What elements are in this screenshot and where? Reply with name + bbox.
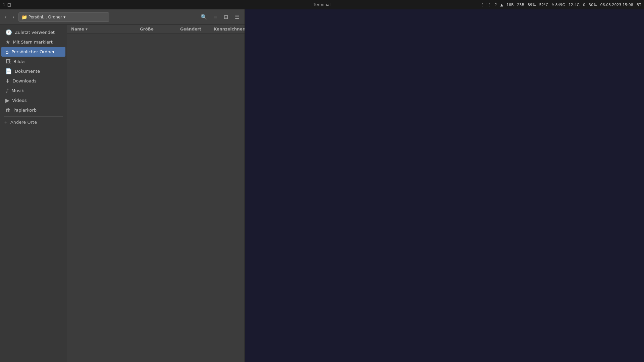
sidebar-item-videos[interactable]: ▶ Videos [1, 96, 65, 105]
breadcrumb-dropdown-icon[interactable]: ▾ [63, 15, 65, 19]
file-list: Name ▾ Größe Geändert Kennzeichnen [67, 25, 245, 362]
sidebar-add-other[interactable]: + Andere Orte [0, 118, 67, 126]
col-name[interactable]: Name ▾ [71, 27, 140, 32]
window-number: 1 [3, 2, 5, 7]
add-icon: + [4, 120, 8, 125]
col-modified[interactable]: Geändert [180, 27, 214, 32]
sidebar-item-downloads[interactable]: ⬇ Downloads [1, 76, 65, 86]
sidebar-item-pictures[interactable]: 🖼 Bilder [1, 57, 65, 66]
documents-icon: 📄 [5, 68, 12, 74]
sidebar-label-home: Persönlicher Ordner [11, 49, 55, 54]
memory-usage: 12.4G [569, 3, 580, 7]
apps-grid-icon[interactable]: ⋮⋮⋮ [481, 3, 492, 7]
music-icon: ♪ [5, 87, 9, 94]
help-icon[interactable]: ? [495, 3, 497, 7]
topbar-right: ⋮⋮⋮ ? ▲ 18B 23B 89% 52°C /: 849G 12.4G 0… [481, 3, 641, 7]
breadcrumb[interactable]: 📁 Persönl... Ordner ▾ [18, 12, 109, 22]
sidebar-label-downloads: Downloads [12, 78, 36, 83]
sidebar-label-music: Musik [11, 88, 24, 93]
videos-icon: ▶ [5, 97, 9, 104]
topbar-left: 1 □ [3, 2, 11, 7]
volume: 30% [589, 3, 597, 7]
topbar-center: Terminal [314, 2, 331, 7]
col-starred[interactable]: Kennzeichnen [214, 27, 240, 32]
sidebar-label-starred: Mit Stern markiert [13, 40, 52, 45]
file-list-header: Name ▾ Größe Geändert Kennzeichnen [67, 25, 245, 34]
sidebar-label-recent: Zuletzt verwendet [15, 30, 55, 35]
forward-button[interactable]: › [10, 13, 16, 21]
sidebar-label-other: Andere Orte [10, 120, 37, 125]
terminal-content [245, 9, 644, 362]
terminal-panel[interactable] [245, 9, 644, 362]
disk-usage: /: 849G [552, 3, 565, 7]
wifi-icon[interactable]: ▲ [500, 3, 503, 7]
topbar: 1 □ Terminal ⋮⋮⋮ ? ▲ 18B 23B 89% 52°C /:… [0, 0, 644, 9]
sidebar: 🕐 Zuletzt verwendet ★ Mit Stern markiert… [0, 25, 67, 362]
bluetooth-icon[interactable]: BT [637, 3, 641, 7]
view-toggle-button2[interactable]: ⊟ [221, 12, 230, 21]
battery-23b: 23B [517, 3, 524, 7]
topbar-title: Terminal [314, 2, 331, 7]
col-size[interactable]: Größe [140, 27, 180, 32]
recent-icon: 🕐 [5, 29, 12, 36]
downloads-icon: ⬇ [5, 78, 10, 84]
breadcrumb-folder-icon: 📁 [21, 14, 27, 20]
hamburger-menu-button[interactable]: ☰ [232, 12, 242, 21]
main-area: ‹ › 📁 Persönl... Ordner ▾ 🔍 ≡ ⊟ ☰ 🕐 Zule… [0, 9, 644, 362]
sidebar-label-pictures: Bilder [13, 59, 26, 64]
fm-toolbar: ‹ › 📁 Persönl... Ordner ▾ 🔍 ≡ ⊟ ☰ [0, 9, 245, 25]
sidebar-item-music[interactable]: ♪ Musik [1, 86, 65, 96]
sidebar-item-trash[interactable]: 🗑 Papierkorb [1, 105, 65, 115]
sidebar-label-trash: Papierkorb [13, 108, 37, 113]
sidebar-separator [4, 116, 63, 117]
pictures-icon: 🖼 [5, 58, 11, 65]
sidebar-item-home[interactable]: ⌂ Persönlicher Ordner [1, 47, 65, 57]
starred-icon: ★ [5, 39, 10, 45]
breadcrumb-text: Persönl... Ordner [29, 15, 62, 19]
search-button[interactable]: 🔍 [198, 12, 210, 21]
sidebar-item-recent[interactable]: 🕐 Zuletzt verwendet [1, 27, 65, 37]
temperature: 52°C [539, 3, 548, 7]
sidebar-item-documents[interactable]: 📄 Dokumente [1, 66, 65, 76]
datetime: 06.08.2023 15:08 [600, 3, 633, 7]
sidebar-item-starred[interactable]: ★ Mit Stern markiert [1, 37, 65, 47]
trash-icon: 🗑 [5, 107, 11, 113]
view-toggle-button[interactable]: ≡ [212, 13, 219, 21]
fm-body: 🕐 Zuletzt verwendet ★ Mit Stern markiert… [0, 25, 245, 362]
window-icon: □ [7, 2, 11, 7]
sidebar-label-documents: Dokumente [15, 69, 40, 74]
file-manager: ‹ › 📁 Persönl... Ordner ▾ 🔍 ≡ ⊟ ☰ 🕐 Zule… [0, 9, 245, 362]
battery-pct: 89% [528, 3, 536, 7]
messages: 0 [583, 3, 585, 7]
sidebar-label-videos: Videos [12, 98, 26, 103]
home-icon: ⌂ [5, 49, 9, 55]
battery-18b: 18B [506, 3, 514, 7]
back-button[interactable]: ‹ [3, 13, 8, 21]
